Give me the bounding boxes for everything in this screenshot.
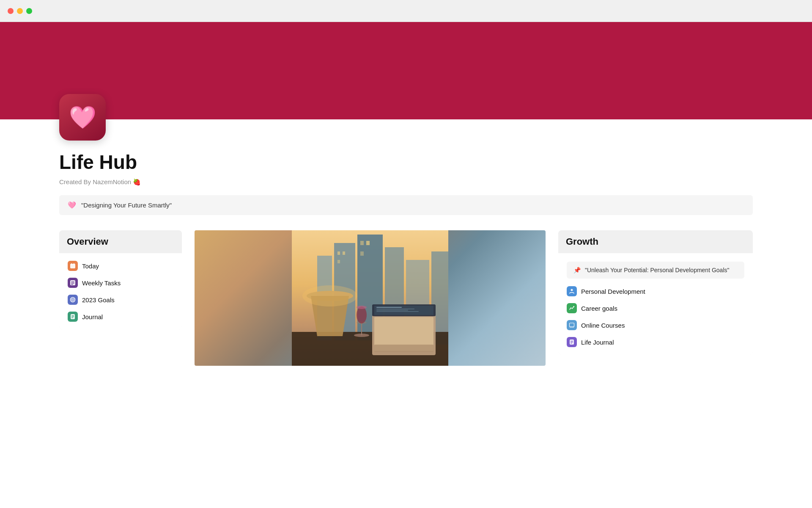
maximize-button[interactable] (26, 8, 32, 14)
growth-section: Growth 📌 "Unleash Your Potential: Person… (558, 230, 753, 355)
growth-item-career[interactable]: Career goals (562, 300, 749, 317)
close-button[interactable] (8, 8, 14, 14)
svg-point-30 (302, 285, 357, 306)
goals-label: 2023 Goals (82, 296, 115, 304)
svg-rect-13 (71, 318, 73, 318)
growth-items: 📌 "Unleash Your Potential: Personal Deve… (558, 253, 753, 355)
weekly-label: Weekly Tasks (82, 279, 121, 287)
growth-quote-block: 📌 "Unleash Your Potential: Personal Deve… (567, 262, 744, 279)
journal-label: Journal (82, 313, 103, 320)
page-title-area: Life Hub Created By NazemNotion 🍓 (0, 141, 812, 186)
svg-rect-5 (71, 283, 74, 284)
svg-rect-41 (376, 309, 414, 309)
svg-rect-52 (571, 343, 572, 343)
overview-section: Overview Today (59, 230, 182, 329)
title-bar (0, 0, 812, 22)
journal-icon (68, 312, 78, 322)
svg-point-45 (571, 289, 573, 291)
svg-rect-12 (71, 317, 74, 317)
svg-rect-22 (343, 251, 345, 255)
cityscape-svg (195, 230, 546, 366)
weekly-icon (68, 278, 78, 288)
career-label: Career goals (581, 305, 617, 312)
svg-rect-1 (71, 263, 72, 265)
overview-item-today[interactable]: Today (63, 257, 178, 274)
svg-rect-24 (360, 241, 364, 245)
today-label: Today (82, 262, 99, 270)
page-title: Life Hub (59, 151, 753, 174)
overview-header: Overview (59, 230, 182, 253)
content-grid: Overview Today (0, 230, 812, 366)
personal-dev-label: Personal Development (581, 288, 645, 295)
growth-header: Growth (558, 230, 753, 253)
life-journal-icon (567, 337, 577, 347)
career-icon (567, 303, 577, 313)
svg-rect-0 (70, 264, 75, 268)
icon-area: 🩷 (0, 94, 812, 141)
overview-item-weekly[interactable]: Weekly Tasks (63, 274, 178, 291)
minimize-button[interactable] (17, 8, 23, 14)
svg-rect-25 (366, 241, 370, 245)
quote-text: "Designing Your Future Smartly" (81, 202, 172, 209)
heart-icon: 🩷 (69, 105, 96, 130)
today-icon (68, 261, 78, 271)
growth-quote-icon: 📌 (573, 267, 581, 273)
svg-rect-6 (71, 284, 73, 285)
growth-quote-text: "Unleash Your Potential: Personal Develo… (585, 267, 729, 273)
svg-rect-40 (376, 307, 402, 308)
growth-item-personal-dev[interactable]: Personal Development (562, 283, 749, 300)
overview-items: Today Weekly Tasks (59, 253, 182, 329)
svg-rect-50 (571, 341, 573, 341)
svg-rect-2 (74, 263, 74, 265)
growth-item-courses[interactable]: Online Courses (562, 317, 749, 334)
courses-label: Online Courses (581, 322, 625, 329)
svg-rect-4 (71, 282, 74, 282)
svg-rect-23 (337, 260, 340, 263)
svg-rect-42 (376, 310, 408, 311)
svg-rect-44 (374, 345, 433, 352)
growth-item-life-journal[interactable]: Life Journal (562, 334, 749, 351)
svg-rect-43 (376, 311, 419, 312)
svg-rect-21 (337, 251, 340, 255)
svg-rect-26 (360, 251, 364, 256)
page-container: 🩷 Life Hub Created By NazemNotion 🍓 🩷 "D… (0, 22, 812, 366)
quote-icon: 🩷 (68, 201, 76, 209)
page-subtitle: Created By NazemNotion 🍓 (59, 178, 753, 186)
quote-block: 🩷 "Designing Your Future Smartly" (59, 195, 753, 215)
overview-item-journal[interactable]: Journal (63, 308, 178, 325)
overview-item-goals[interactable]: 2023 Goals (63, 291, 178, 308)
featured-image (195, 230, 546, 366)
svg-rect-32 (361, 323, 362, 335)
svg-rect-51 (571, 342, 573, 342)
svg-rect-11 (71, 315, 74, 316)
svg-point-9 (72, 299, 73, 300)
life-journal-label: Life Journal (581, 339, 614, 346)
svg-rect-47 (570, 323, 574, 327)
personal-dev-icon (567, 286, 577, 296)
goals-icon (68, 295, 78, 305)
courses-icon (567, 320, 577, 330)
app-icon: 🩷 (59, 94, 106, 141)
svg-rect-48 (570, 327, 574, 328)
svg-point-35 (357, 306, 367, 309)
